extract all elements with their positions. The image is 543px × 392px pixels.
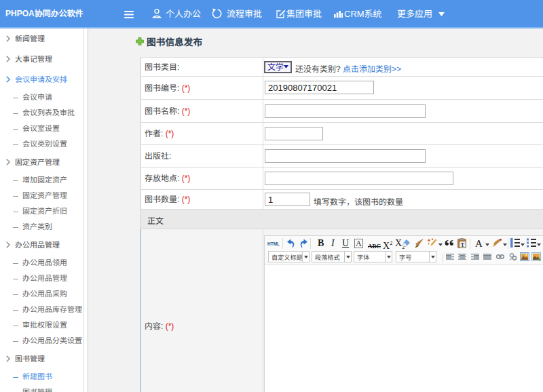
svg-text:T: T [461,242,465,248]
